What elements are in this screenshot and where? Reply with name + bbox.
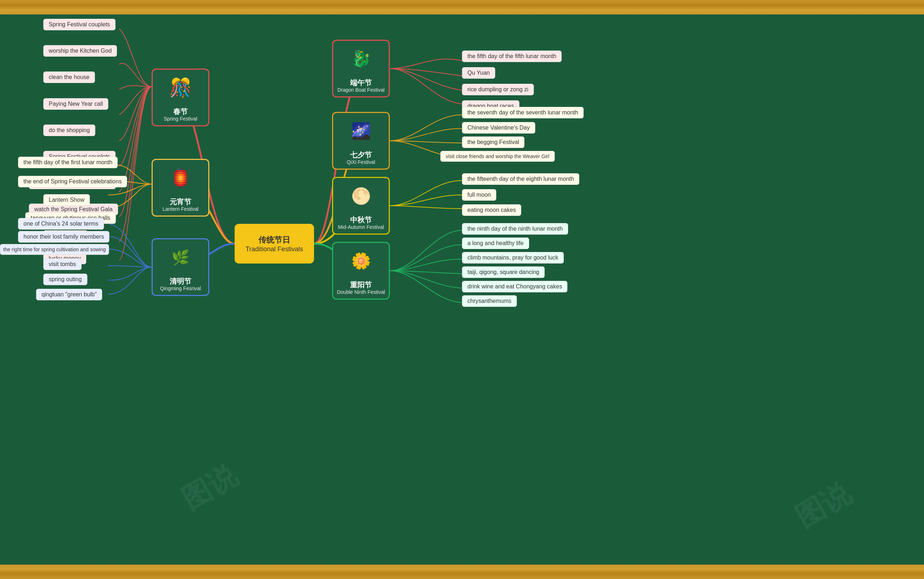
doubleninth-title-en: Double Ninth Festival [337,289,385,295]
leaf-qixi-4: visit close friends and worship the Weav… [440,151,555,162]
festival-lantern: 🏮 元宵节 Lantern Festival [152,159,209,217]
leaf-dragon-3: rice dumpling or zong zi [462,84,534,95]
leaf-spring-1: Spring Festival couplets [43,19,116,30]
festival-spring: 🎊 春节 Spring Festival [152,69,209,126]
leaf-qingming-5: spring outing [43,274,87,285]
doubleninth-title-cn: 重阳节 [350,280,372,289]
qingming-title-en: Qingming Fesrival [160,286,201,291]
doubleninth-icon: 🌼 [333,243,389,279]
leaf-midautumn-3: eating moon cakes [462,204,521,216]
leaf-spring-3: clean the house [43,72,95,83]
qixi-title-en: QiXi Festival [347,159,375,165]
festival-midautumn: 🌕 中秋节 Mid-Autumn Festival [332,177,390,235]
leaf-qingming-6: qingtuan "green bulb" [36,289,102,300]
leaf-lantern-2: the end of Spring Festival celebrations [18,176,127,187]
qingming-icon: 🌿 [153,239,208,275]
dragon-title-cn: 端午节 [350,79,372,87]
wood-border-bottom [0,564,924,579]
festival-qixi: 🌌 七夕节 QiXi Festival [332,112,390,170]
dragon-title-en: Dragon Boat Festival [337,87,385,93]
festival-dragon: 🐉 端午节 Dragon Boat Festival [332,40,390,98]
leaf-lantern-1: the fifth day of the first lunar month [18,157,118,168]
leaf-qixi-1: the seventh day of the seventh lunar mon… [462,107,584,118]
leaf-qingming-4: visit tombs [43,258,82,270]
dragon-icon: 🐉 [333,41,389,77]
midautumn-title-cn: 中秋节 [350,216,372,224]
spring-title-en: Spring Festival [164,116,198,122]
lantern-title-cn: 元宵节 [170,198,191,206]
center-title-cn: 传统节日 [258,235,290,245]
leaf-spring-4: Paying New Year call [43,98,108,110]
midautumn-title-en: Mid-Autumn Festival [338,224,384,230]
leaf-qingming-2: honor their lost family members [18,231,110,242]
leaf-doubleninth-3: climb mountains, pray for good luck [462,252,564,263]
leaf-doubleninth-1: the ninth day of the ninth lunar month [462,223,568,235]
leaf-dragon-1: the fifth day of the fifth lunar month [462,51,562,62]
lantern-title-en: Lantern Festival [162,206,198,212]
leaf-qingming-3: the right time for spring cultivation an… [0,244,109,255]
festival-qingming: 🌿 清明节 Qingming Fesrival [152,238,209,296]
spring-icon: 🎊 [153,70,208,106]
leaf-spring-2: worship the Kitchen God [43,45,117,57]
qixi-title-cn: 七夕节 [350,150,372,159]
leaf-qixi-2: Chinese Valentine's Day [462,122,535,134]
watermark-left: 图说 [175,456,244,519]
leaf-doubleninth-4: taiji, qigong, square dancing [462,267,545,278]
spring-title-cn: 春节 [173,107,188,116]
lantern-icon: 🏮 [153,160,208,196]
watermark-right: 图说 [788,474,858,537]
qingming-title-cn: 清明节 [170,277,191,286]
leaf-spring-5: do the shopping [43,124,95,136]
festival-doubleninth: 🌼 重阳节 Double Ninth Festival [332,242,390,299]
midautumn-icon: 🌕 [333,178,389,214]
leaf-doubleninth-2: a long and healthy life [462,237,529,249]
center-node: 传统节日 Traditional Festivals [235,224,314,263]
center-title-en: Traditional Festivals [245,245,303,253]
leaf-midautumn-1: the fifteenth day of the eighth lunar mo… [462,173,579,185]
wood-border-top [0,0,924,15]
leaf-doubleninth-6: chrysanthemums [462,295,517,307]
leaf-qingming-1: one of China's 24 solar terms [18,218,104,230]
leaf-midautumn-2: full moon [462,189,496,201]
leaf-dragon-2: Qu Yuan [462,67,495,79]
leaf-lantern-3: Lantern Show [43,194,90,206]
leaf-qixi-3: the begging Festival [462,136,525,148]
leaf-doubleninth-5: drink wine and eat Chongyang cakes [462,281,567,293]
qixi-icon: 🌌 [333,113,389,149]
